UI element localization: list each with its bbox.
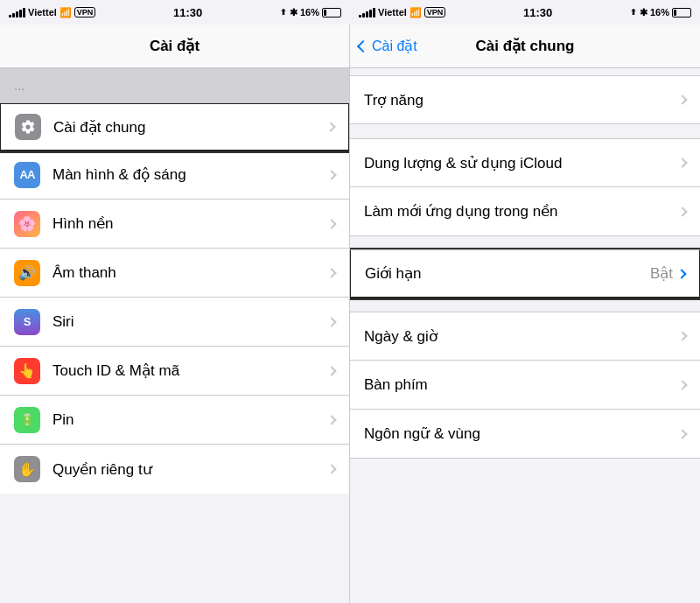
right-nav-bar: Cài đặt Cài đặt chung [350, 25, 700, 68]
chevron-right-icon [326, 219, 336, 228]
lam-moi-label: Làm mới ứng dụng trong nền [364, 202, 679, 221]
location-icon-left: ⬆ [280, 8, 287, 17]
chevron-right-icon [326, 366, 336, 375]
settings-item-am-thanh[interactable]: 🔊 Âm thanh [0, 249, 349, 298]
right-settings-list: Trợ năng Dung lượng & sử dụng iCloud Làm… [350, 68, 700, 603]
settings-item-siri[interactable]: S Siri [0, 298, 349, 347]
wifi-icon-right: 📶 [410, 7, 422, 18]
dung-luong-label: Dung lượng & sử dụng iCloud [364, 154, 679, 172]
right-panel-title: Cài đặt chung [476, 37, 575, 55]
ban-phim-label: Bàn phím [364, 376, 679, 394]
siri-label: Siri [52, 313, 328, 331]
chevron-right-icon [677, 207, 687, 216]
tro-nang-label: Trợ năng [364, 91, 679, 109]
settings-item-quyen-rieng-tu[interactable]: ✋ Quyền riêng tư [0, 445, 349, 494]
chevron-right-icon [677, 380, 687, 389]
chevron-right-icon [326, 464, 336, 473]
separator-3 [350, 236, 700, 250]
separator-4 [350, 298, 700, 312]
fingerprint-icon: 👆 [14, 358, 40, 384]
back-label: Cài đặt [372, 38, 417, 54]
left-nav-bar: Cài đặt [0, 25, 349, 68]
hinh-nen-label: Hình nền [52, 214, 328, 233]
ngon-ngu-label: Ngôn ngữ & vùng [364, 424, 679, 443]
chevron-right-icon [326, 170, 336, 179]
chevron-right-icon [677, 429, 687, 438]
chevron-right-icon [326, 122, 335, 131]
signal-icon [9, 8, 25, 18]
chevron-right-icon [326, 415, 336, 424]
touch-id-label: Touch ID & Mật mã [52, 361, 328, 380]
settings-item-hinh-nen[interactable]: 🌸 Hình nền [0, 200, 349, 249]
settings-item-touch-id[interactable]: 👆 Touch ID & Mật mã [0, 347, 349, 396]
settings-item-ngay-gio[interactable]: Ngày & giờ [350, 312, 700, 361]
gear-icon [15, 114, 41, 140]
siri-icon: S [14, 309, 40, 335]
vpn-badge-right: VPN [424, 7, 446, 18]
cai-dat-chung-label: Cài đặt chung [53, 118, 327, 137]
settings-item-gioi-han[interactable]: Giới hạn Bật [350, 249, 700, 298]
settings-item-pin[interactable]: 🔋 Pin [0, 396, 349, 445]
time-right: 11:30 [523, 6, 552, 19]
status-bar: Viettel 📶 VPN 11:30 ⬆ ✱ 16% [0, 0, 700, 25]
aa-icon: AA [14, 162, 40, 188]
chevron-right-icon [676, 269, 686, 278]
gioi-han-value: Bật [650, 264, 673, 283]
battery-icon-left [322, 8, 341, 18]
separator-top [350, 68, 700, 75]
chevron-right-icon [677, 331, 687, 340]
carrier-right: Viettel [378, 7, 407, 18]
signal-icon-right [359, 8, 375, 18]
chevron-right-icon [677, 95, 687, 104]
battery-icon-right [672, 8, 691, 18]
settings-item-ban-phim[interactable]: Bàn phím [350, 361, 700, 410]
carrier-left: Viettel [28, 7, 57, 18]
settings-item-cai-dat-chung[interactable]: Cài đặt chung [0, 103, 349, 151]
settings-item-dung-luong[interactable]: Dung lượng & sử dụng iCloud [350, 138, 700, 187]
chevron-right-icon [677, 158, 687, 167]
vpn-badge-left: VPN [74, 7, 96, 18]
status-bar-left: Viettel 📶 VPN 11:30 ⬆ ✱ 16% [0, 0, 350, 25]
overflow-item: ... [0, 68, 349, 103]
settings-item-ngon-ngu[interactable]: Ngôn ngữ & vùng [350, 410, 700, 459]
back-button[interactable]: Cài đặt [359, 38, 417, 54]
hand-icon: ✋ [14, 456, 40, 482]
settings-item-tro-nang[interactable]: Trợ năng [350, 75, 700, 124]
settings-item-lam-moi[interactable]: Làm mới ứng dụng trong nền [350, 187, 700, 236]
man-hinh-label: Màn hình & độ sáng [52, 165, 328, 184]
bt-icon-left: ✱ [290, 7, 298, 18]
chevron-right-icon [326, 317, 336, 326]
flowers-icon: 🌸 [14, 211, 40, 237]
separator-2 [350, 124, 700, 138]
battery-settings-icon: 🔋 [14, 407, 40, 433]
location-icon-right: ⬆ [630, 8, 637, 17]
ngay-gio-label: Ngày & giờ [364, 327, 679, 346]
settings-item-man-hinh[interactable]: AA Màn hình & độ sáng [0, 151, 349, 200]
time-left: 11:30 [173, 6, 202, 19]
left-panel: Cài đặt ... Cài đặt chung [0, 25, 350, 603]
pin-label: Pin [52, 411, 328, 429]
chevron-right-icon [326, 268, 336, 277]
battery-pct-left: 16% [300, 7, 319, 18]
am-thanh-label: Âm thanh [52, 264, 328, 282]
left-settings-list: Cài đặt chung AA Màn hình & độ sáng 🌸 Hì… [0, 103, 349, 603]
battery-pct-right: 16% [650, 7, 669, 18]
right-panel: Cài đặt Cài đặt chung Trợ năng Dung lượn… [350, 25, 700, 603]
chevron-left-icon [357, 39, 369, 52]
gioi-han-label: Giới hạn [365, 264, 650, 283]
quyen-rieng-tu-label: Quyền riêng tư [52, 460, 328, 479]
bt-icon-right: ✱ [640, 7, 648, 18]
wifi-icon-left: 📶 [60, 7, 72, 18]
left-panel-title: Cài đặt [150, 37, 200, 55]
status-bar-right: Viettel 📶 VPN 11:30 ⬆ ✱ 16% [350, 0, 700, 25]
speaker-icon: 🔊 [14, 260, 40, 286]
